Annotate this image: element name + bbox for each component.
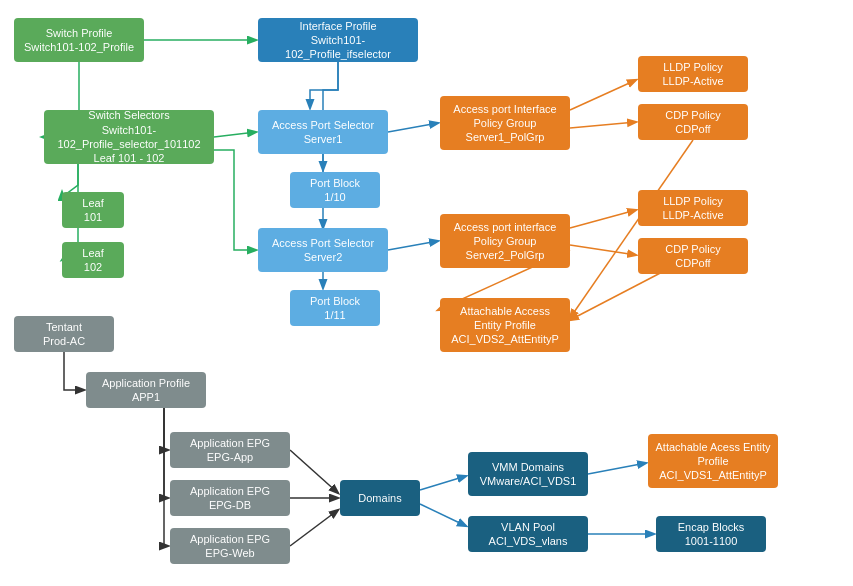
epg-web-node: Application EPGEPG-Web bbox=[170, 528, 290, 564]
access-port-pg-server2-node: Access port interfacePolicy GroupServer2… bbox=[440, 214, 570, 268]
attachable-aep-node: Attachable AccessEntity ProfileACI_VDS2_… bbox=[440, 298, 570, 352]
encap-blocks-node: Encap Blocks1001-1100 bbox=[656, 516, 766, 552]
svg-line-13 bbox=[290, 450, 338, 493]
svg-line-5 bbox=[388, 241, 438, 250]
svg-line-4 bbox=[388, 123, 438, 132]
leaf102-node: Leaf102 bbox=[62, 242, 124, 278]
cdp-policy2-node: CDP PolicyCDPoff bbox=[638, 238, 748, 274]
svg-line-18 bbox=[588, 463, 646, 474]
port-block-1-10-node: Port Block1/10 bbox=[290, 172, 380, 208]
switch-profile-node: Switch ProfileSwitch101-102_Profile bbox=[14, 18, 144, 62]
leaf101-node: Leaf101 bbox=[62, 192, 124, 228]
tenant-node: TentantProd-AC bbox=[14, 316, 114, 352]
access-port-selector2-node: Access Port SelectorServer2 bbox=[258, 228, 388, 272]
port-block-1-11-node: Port Block1/11 bbox=[290, 290, 380, 326]
domains-node: Domains bbox=[340, 480, 420, 516]
svg-line-1 bbox=[214, 132, 256, 137]
access-port-selector1-node: Access Port SelectorServer1 bbox=[258, 110, 388, 154]
epg-app-node: Application EPGEPG-App bbox=[170, 432, 290, 468]
svg-line-9 bbox=[570, 245, 636, 255]
diagram: Switch ProfileSwitch101-102_Profile Inte… bbox=[0, 0, 853, 586]
epg-db-node: Application EPGEPG-DB bbox=[170, 480, 290, 516]
svg-line-11 bbox=[570, 140, 693, 318]
switch-selectors-node: Switch SelectorsSwitch101-102_Profile_se… bbox=[44, 110, 214, 164]
vlan-pool-node: VLAN PoolACI_VDS_vlans bbox=[468, 516, 588, 552]
interface-profile-node: Interface ProfileSwitch101-102_Profile_i… bbox=[258, 18, 418, 62]
svg-line-17 bbox=[420, 504, 466, 526]
cdp-policy1-node: CDP PolicyCDPoff bbox=[638, 104, 748, 140]
svg-line-7 bbox=[570, 122, 636, 128]
lldp-policy1-node: LLDP PolicyLLDP-Active bbox=[638, 56, 748, 92]
svg-line-6 bbox=[570, 80, 636, 110]
vmm-domains-node: VMM DomainsVMware/ACI_VDS1 bbox=[468, 452, 588, 496]
svg-line-15 bbox=[290, 510, 338, 546]
app-profile-node: Application ProfileAPP1 bbox=[86, 372, 206, 408]
svg-line-16 bbox=[420, 476, 466, 490]
svg-line-8 bbox=[570, 210, 636, 228]
access-port-pg-server1-node: Access port InterfacePolicy GroupServer1… bbox=[440, 96, 570, 150]
lldp-policy2-node: LLDP PolicyLLDP-Active bbox=[638, 190, 748, 226]
attachable-aep2-node: Attachable Acess EntityProfileACI_VDS1_A… bbox=[648, 434, 778, 488]
